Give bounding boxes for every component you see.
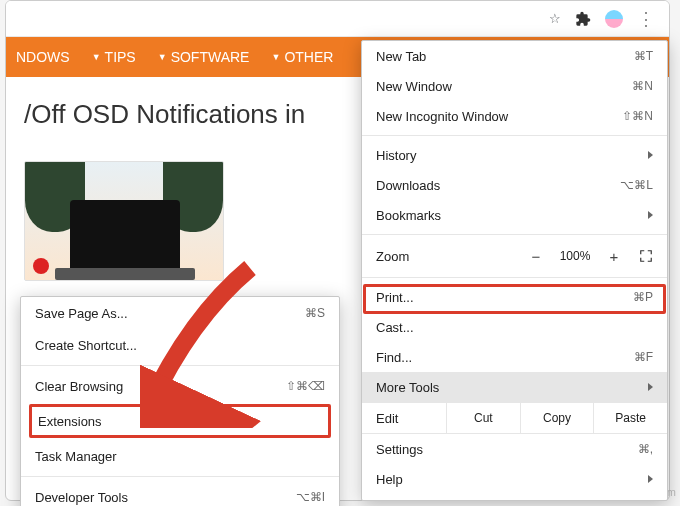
article-thumbnail (24, 161, 224, 281)
menu-copy[interactable]: Copy (520, 403, 594, 433)
nav-software[interactable]: ▼SOFTWARE (158, 49, 250, 65)
zoom-in-button[interactable]: + (599, 248, 629, 265)
zoom-value: 100% (553, 249, 597, 263)
menu-zoom: Zoom − 100% + (362, 239, 667, 273)
profile-avatar[interactable] (605, 10, 623, 28)
kebab-menu-icon[interactable]: ⋮ (637, 8, 655, 30)
menu-edit-label: Edit (362, 403, 446, 433)
menu-find[interactable]: Find...⌘F (362, 342, 667, 372)
menu-new-tab[interactable]: New Tab⌘T (362, 41, 667, 71)
submenu-task-manager[interactable]: Task Manager (21, 440, 339, 472)
menu-cut[interactable]: Cut (446, 403, 520, 433)
menu-help[interactable]: Help (362, 464, 667, 494)
submenu-extensions[interactable]: Extensions (32, 407, 328, 435)
menu-print[interactable]: Print...⌘P (362, 282, 667, 312)
submenu-developer-tools[interactable]: Developer Tools⌥⌘I (21, 481, 339, 506)
submenu-arrow-icon (648, 151, 653, 159)
fullscreen-icon[interactable] (631, 249, 661, 263)
chrome-main-menu: New Tab⌘T New Window⌘N New Incognito Win… (361, 40, 668, 501)
submenu-save-page[interactable]: Save Page As...⌘S (21, 297, 339, 329)
nav-other[interactable]: ▼OTHER (271, 49, 333, 65)
submenu-arrow-icon (648, 383, 653, 391)
menu-incognito[interactable]: New Incognito Window⇧⌘N (362, 101, 667, 131)
star-icon[interactable]: ☆ (549, 11, 561, 26)
menu-new-window[interactable]: New Window⌘N (362, 71, 667, 101)
browser-toolbar: ☆ ⋮ (6, 1, 669, 37)
menu-cast[interactable]: Cast... (362, 312, 667, 342)
submenu-arrow-icon (648, 211, 653, 219)
menu-downloads[interactable]: Downloads⌥⌘L (362, 170, 667, 200)
menu-settings[interactable]: Settings⌘, (362, 434, 667, 464)
submenu-arrow-icon (648, 475, 653, 483)
zoom-out-button[interactable]: − (521, 248, 551, 265)
more-tools-submenu: Save Page As...⌘S Create Shortcut... Cle… (20, 296, 340, 506)
nav-windows[interactable]: NDOWS (16, 49, 70, 65)
extensions-icon[interactable] (575, 11, 591, 27)
menu-paste[interactable]: Paste (593, 403, 667, 433)
nav-tips[interactable]: ▼TIPS (92, 49, 136, 65)
menu-more-tools[interactable]: More Tools (362, 372, 667, 402)
submenu-create-shortcut[interactable]: Create Shortcut... (21, 329, 339, 361)
menu-history[interactable]: History (362, 140, 667, 170)
highlight-extensions: Extensions (29, 404, 331, 438)
menu-bookmarks[interactable]: Bookmarks (362, 200, 667, 230)
submenu-clear-browsing[interactable]: Clear Browsing⇧⌘⌫ (21, 370, 339, 402)
